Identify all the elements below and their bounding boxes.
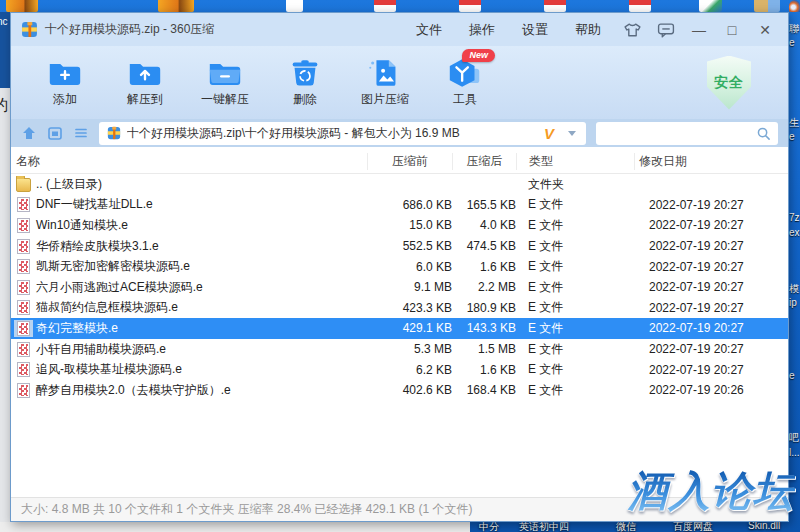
extract-to-button[interactable]: 解压到 <box>105 58 185 108</box>
file-name: 猫叔简约信息框模块源码.e <box>36 299 178 316</box>
size-after-cell: 143.3 KB <box>452 321 516 335</box>
file-icon <box>17 321 30 336</box>
desktop-icon-pdf[interactable] <box>374 0 396 12</box>
up-level-icon[interactable] <box>21 125 37 141</box>
file-type-cell: E 文件 <box>516 320 634 337</box>
file-name: Win10通知模块.e <box>36 217 128 234</box>
modified-date-cell: 2022-07-19 20:27 <box>634 280 764 294</box>
file-name: 醉梦自用模块2.0（去模块守护版）.e <box>36 382 231 399</box>
file-type-cell: E 文件 <box>516 196 634 213</box>
search-icon[interactable] <box>756 126 771 141</box>
table-row[interactable]: 华侨精绘皮肤模块3.1.e 552.5 KB 474.5 KB E 文件 202… <box>11 236 788 257</box>
modified-date-cell: 2022-07-19 20:26 <box>634 383 764 397</box>
image-compress-button[interactable]: 图片压缩 <box>345 58 425 108</box>
one-click-extract-button[interactable]: 一键解压 <box>185 58 265 108</box>
desktop-icon-pdf[interactable] <box>544 0 566 12</box>
table-row[interactable]: 小轩自用辅助模块源码.e 5.3 MB 1.5 MB E 文件 2022-07-… <box>11 339 788 360</box>
size-after-cell: 165.5 KB <box>452 198 516 212</box>
desktop-text-fragment: e <box>789 370 795 381</box>
size-after-cell: 1.6 KB <box>452 363 516 377</box>
size-after-cell: 168.4 KB <box>452 383 516 397</box>
desktop-icon-zip[interactable] <box>6 0 38 12</box>
size-before-cell: 6.2 KB <box>367 363 452 377</box>
desktop-right-strip: 聯e生e7zex模ipe吧l... <box>788 0 800 532</box>
desktop-text-fragment: 聯 <box>789 22 799 36</box>
menu-help[interactable]: 帮助 <box>575 21 601 39</box>
file-icon <box>17 300 30 315</box>
table-row[interactable]: 猫叔简约信息框模块源码.e 423.3 KB 180.9 KB E 文件 202… <box>11 298 788 319</box>
size-before-cell: 5.3 MB <box>367 342 452 356</box>
file-icon <box>17 383 30 398</box>
table-row[interactable]: 追风-取模块基址模块源码.e 6.2 KB 1.6 KB E 文件 2022-0… <box>11 359 788 380</box>
size-before-cell: 423.3 KB <box>367 301 452 315</box>
size-before-cell: 552.5 KB <box>367 239 452 253</box>
column-header-after[interactable]: 压缩后 <box>452 153 516 170</box>
menu-file[interactable]: 文件 <box>416 21 442 39</box>
size-before-cell: 9.1 MB <box>367 280 452 294</box>
zip-file-icon <box>107 126 121 140</box>
column-header-name[interactable]: 名称 <box>11 153 367 170</box>
add-folder-icon <box>46 58 84 89</box>
skin-icon[interactable] <box>623 22 642 38</box>
file-icon <box>17 342 30 357</box>
desktop-icon-pdf[interactable] <box>459 0 481 12</box>
search-input[interactable] <box>603 126 756 140</box>
delete-button[interactable]: 删除 <box>265 58 345 108</box>
file-name-cell: 小轩自用辅助模块源码.e <box>11 341 367 358</box>
background-text-fragment: 的 <box>0 96 8 115</box>
chevron-down-icon[interactable] <box>568 131 576 136</box>
view-mode-icon[interactable] <box>47 125 63 141</box>
feedback-icon[interactable] <box>657 22 675 38</box>
table-row[interactable]: 奇幻完整模块.e 429.1 KB 143.3 KB E 文件 2022-07-… <box>11 318 788 339</box>
column-header-type[interactable]: 类型 <box>516 153 634 170</box>
table-row[interactable]: 凯斯无密加密解密模块源码.e 6.0 KB 1.6 KB E 文件 2022-0… <box>11 256 788 277</box>
list-view-icon[interactable] <box>73 125 89 141</box>
desktop-text-fragment: e <box>789 37 795 48</box>
address-combobox[interactable]: 十个好用模块源码.zip\十个好用模块源码 - 解包大小为 16.9 MB V <box>99 122 586 145</box>
desktop-icon-image[interactable] <box>699 0 722 12</box>
file-name-cell: 奇幻完整模块.e <box>11 320 367 337</box>
modified-date-cell: 2022-07-19 20:27 <box>634 198 764 212</box>
file-type-cell: E 文件 <box>516 217 634 234</box>
app-window: 十个好用模块源码.zip - 360压缩 文件 操作 设置 帮助 — □ ✕ <box>10 12 789 522</box>
image-compress-icon <box>366 58 404 89</box>
file-list: .. (上级目录) 文件夹 DNF一键找基址DLL.e 686.0 KB 165… <box>11 174 788 401</box>
extract-to-icon <box>126 58 164 89</box>
search-box[interactable] <box>596 122 778 145</box>
table-row[interactable]: 六月小雨逃跑过ACE模块源码.e 9.1 MB 2.2 MB E 文件 2022… <box>11 277 788 298</box>
desktop-text-fragment: 吧 <box>789 431 799 445</box>
modified-date-cell: 2022-07-19 20:27 <box>634 301 764 315</box>
size-after-cell: 4.0 KB <box>452 218 516 232</box>
zip-file-icon <box>21 21 38 38</box>
desktop-icon-pdf[interactable] <box>629 0 651 12</box>
table-row[interactable]: Win10通知模块.e 15.0 KB 4.0 KB E 文件 2022-07-… <box>11 215 788 236</box>
titlebar[interactable]: 十个好用模块源码.zip - 360压缩 文件 操作 设置 帮助 — □ ✕ <box>11 13 788 46</box>
table-row[interactable]: .. (上级目录) 文件夹 <box>11 174 788 195</box>
add-button[interactable]: 添加 <box>25 58 105 108</box>
file-name: 六月小雨逃跑过ACE模块源码.e <box>36 279 203 296</box>
tools-button[interactable]: New 工具 <box>425 58 505 108</box>
desktop-icon-zip[interactable] <box>158 0 194 12</box>
file-type-cell: E 文件 <box>516 361 634 378</box>
file-type-cell: E 文件 <box>516 258 634 275</box>
modified-date-cell: 2022-07-19 20:27 <box>634 321 764 335</box>
menu-operation[interactable]: 操作 <box>469 21 495 39</box>
close-button[interactable]: ✕ <box>756 21 774 39</box>
menu-settings[interactable]: 设置 <box>522 21 548 39</box>
modified-date-cell: 2022-07-19 20:27 <box>634 239 764 253</box>
column-header-date[interactable]: 修改日期 <box>634 153 764 170</box>
minimize-button[interactable]: — <box>690 21 708 39</box>
table-row[interactable]: 醉梦自用模块2.0（去模块守护版）.e 402.6 KB 168.4 KB E … <box>11 380 788 401</box>
window-title: 十个好用模块源码.zip - 360压缩 <box>45 21 214 38</box>
desktop-icon-doc[interactable] <box>286 0 303 12</box>
size-before-cell: 402.6 KB <box>367 383 452 397</box>
size-after-cell: 474.5 KB <box>452 239 516 253</box>
table-row[interactable]: DNF一键找基址DLL.e 686.0 KB 165.5 KB E 文件 202… <box>11 195 788 216</box>
file-type-cell: E 文件 <box>516 238 634 255</box>
column-header-before[interactable]: 压缩前 <box>367 153 452 170</box>
file-type-cell: E 文件 <box>516 279 634 296</box>
desktop-icon-folder[interactable] <box>754 0 780 12</box>
maximize-button[interactable]: □ <box>723 21 741 39</box>
desktop-text-fragment: l... <box>789 447 800 458</box>
vip-v-icon[interactable]: V <box>544 125 554 142</box>
